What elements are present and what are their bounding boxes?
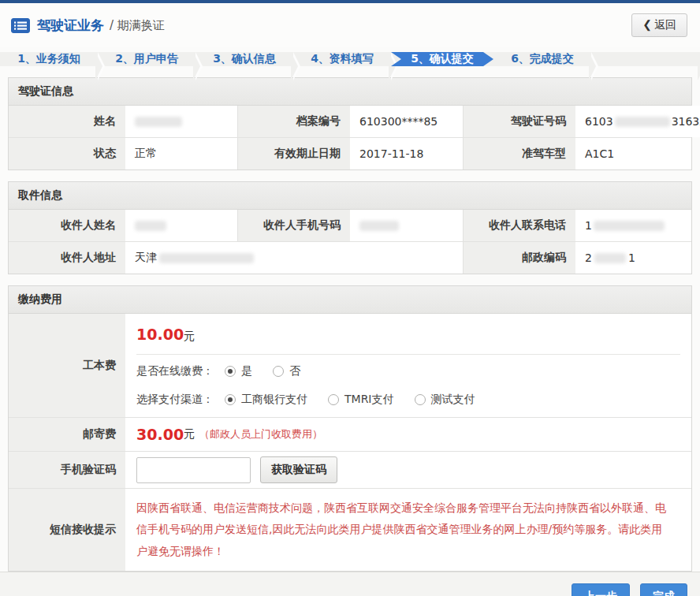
radio-online-pay-yes[interactable]: 是 bbox=[225, 364, 252, 378]
vehicle-class-value: A1C1 bbox=[575, 138, 691, 169]
previous-step-button[interactable]: 上一步 bbox=[572, 583, 630, 596]
fee-amount: 10.00 bbox=[136, 326, 184, 343]
step-tab-4[interactable]: 4、资料填写 bbox=[293, 52, 391, 66]
radio-channel-icbc[interactable]: 工商银行支付 bbox=[225, 393, 307, 407]
recipient-phone-value: 1 bbox=[575, 210, 691, 241]
name-value bbox=[125, 106, 237, 137]
radio-label: 工商银行支付 bbox=[241, 393, 307, 407]
breadcrumb: / 期满换证 bbox=[110, 18, 165, 33]
pay-channel-line: 选择支付渠道： 工商银行支付 TMRI支付 测试支付 bbox=[136, 386, 680, 417]
postage-label: 邮寄费 bbox=[9, 418, 125, 451]
table-row: 状态 正常 有效期止日期 2017-11-18 准驾车型 A1C1 bbox=[9, 137, 691, 169]
license-section-title: 驾驶证信息 bbox=[9, 78, 691, 106]
postage-value-area: 30.00元 （邮政人员上门收取费用） bbox=[125, 418, 691, 451]
file-no-value: 610300****85 bbox=[350, 106, 463, 137]
fee-row: 工本费 10.00元 是否在线缴费： 是 否 选择支付渠道： bbox=[9, 314, 691, 417]
name-label: 姓名 bbox=[9, 106, 125, 137]
recipient-phone-prefix: 1 bbox=[585, 219, 592, 232]
table-row: 姓名 档案编号 610300****85 驾驶证号码 6103 3163X bbox=[9, 106, 691, 137]
recipient-mobile-value bbox=[350, 210, 463, 241]
radio-icon bbox=[415, 394, 426, 405]
radio-channel-tmri[interactable]: TMRI支付 bbox=[328, 393, 394, 407]
radio-online-pay-no[interactable]: 否 bbox=[273, 364, 300, 378]
license-list-icon bbox=[11, 18, 30, 33]
sms-tip-row: 短信接收提示 因陕西省联通、电信运营商技术问题，陕西省互联网交通安全综合服务管理… bbox=[9, 488, 691, 571]
payment-section-title: 缴纳费用 bbox=[9, 286, 691, 314]
license-no-value: 6103 3163X bbox=[575, 106, 700, 137]
step-tab-5-active[interactable]: 5、确认提交 bbox=[391, 52, 493, 66]
get-captcha-button[interactable]: 获取验证码 bbox=[260, 456, 337, 483]
table-row: 收件人地址 天津 邮政编码 2 1 bbox=[9, 241, 691, 274]
redacted-address bbox=[159, 253, 254, 263]
back-button[interactable]: ❮返回 bbox=[631, 13, 687, 37]
fee-amount-line: 10.00元 bbox=[136, 314, 680, 355]
sms-tip-area: 因陕西省联通、电信运营商技术问题，陕西省互联网交通安全综合服务管理平台无法向持陕… bbox=[125, 489, 691, 571]
postcode-label: 邮政编码 bbox=[463, 242, 575, 274]
pickup-info-section: 取件信息 收件人姓名 收件人手机号码 收件人联系电话 1 收件人地址 天津 邮政… bbox=[8, 181, 692, 274]
postage-row: 邮寄费 30.00元 （邮政人员上门收取费用） bbox=[9, 417, 691, 451]
expiry-label: 有效期止日期 bbox=[237, 138, 350, 169]
radio-label: TMRI支付 bbox=[344, 393, 394, 407]
postcode-suffix: 1 bbox=[628, 251, 635, 264]
radio-icon bbox=[225, 366, 236, 377]
recipient-mobile-label: 收件人手机号码 bbox=[237, 210, 350, 241]
step-tab-3[interactable]: 3、确认信息 bbox=[195, 52, 293, 66]
redacted-recipient-phone bbox=[594, 221, 665, 231]
back-button-label: 返回 bbox=[654, 18, 676, 31]
page-header: 驾驶证业务 / 期满换证 ❮返回 bbox=[0, 3, 700, 47]
license-no-label: 驾驶证号码 bbox=[463, 106, 575, 137]
online-pay-line: 是否在线缴费： 是 否 bbox=[136, 355, 680, 386]
online-pay-question: 是否在线缴费： bbox=[136, 364, 214, 378]
recipient-phone-label: 收件人联系电话 bbox=[463, 210, 575, 241]
postage-note: （邮政人员上门收取费用） bbox=[199, 427, 322, 441]
postcode-value: 2 1 bbox=[575, 242, 691, 274]
recipient-name-value bbox=[125, 210, 237, 241]
radio-channel-test[interactable]: 测试支付 bbox=[415, 393, 475, 407]
finish-button[interactable]: 完成 bbox=[640, 583, 687, 596]
redacted-license-no bbox=[615, 117, 670, 127]
radio-icon bbox=[273, 366, 284, 377]
address-label: 收件人地址 bbox=[9, 242, 125, 274]
footer-action-bar: 上一步 完成 bbox=[0, 572, 700, 596]
postage-amount-line: 30.00元 （邮政人员上门收取费用） bbox=[136, 418, 680, 451]
status-label: 状态 bbox=[9, 138, 125, 169]
captcha-row: 手机验证码 获取验证码 bbox=[9, 451, 691, 488]
pickup-section-title: 取件信息 bbox=[9, 182, 691, 210]
vehicle-class-label: 准驾车型 bbox=[463, 138, 575, 169]
radio-icon bbox=[225, 394, 236, 405]
fee-label: 工本费 bbox=[9, 314, 125, 417]
license-no-suffix: 3163X bbox=[672, 115, 700, 128]
captcha-input[interactable] bbox=[136, 457, 251, 483]
sms-tip-text: 因陕西省联通、电信运营商技术问题，陕西省互联网交通安全综合服务管理平台无法向持陕… bbox=[136, 489, 680, 571]
recipient-name-label: 收件人姓名 bbox=[9, 210, 125, 241]
redacted-recipient-mobile bbox=[359, 221, 399, 231]
radio-label: 是 bbox=[241, 364, 252, 378]
pay-channel-question: 选择支付渠道： bbox=[136, 393, 214, 407]
address-value: 天津 bbox=[125, 242, 463, 274]
step-tab-1[interactable]: 1、业务须知 bbox=[0, 52, 98, 66]
redacted-recipient-name bbox=[135, 221, 166, 231]
license-info-section: 驾驶证信息 姓名 档案编号 610300****85 驾驶证号码 6103 31… bbox=[8, 77, 692, 170]
radio-label: 测试支付 bbox=[431, 393, 475, 407]
step-tab-6[interactable]: 6、完成提交 bbox=[493, 52, 591, 66]
step-tabs: 1、业务须知 2、用户申告 3、确认信息 4、资料填写 5、确认提交 6、完成提… bbox=[0, 52, 700, 66]
fee-unit: 元 bbox=[184, 330, 195, 342]
postcode-prefix: 2 bbox=[585, 251, 592, 264]
expiry-value: 2017-11-18 bbox=[350, 138, 463, 169]
status-value: 正常 bbox=[125, 138, 237, 169]
page-title: 驾驶证业务 bbox=[37, 17, 104, 35]
captcha-line: 获取验证码 bbox=[136, 452, 680, 488]
address-prefix: 天津 bbox=[135, 251, 157, 265]
postage-amount: 30.00 bbox=[136, 426, 184, 443]
sms-tip-label: 短信接收提示 bbox=[9, 489, 125, 571]
radio-label: 否 bbox=[289, 364, 300, 378]
step-tab-2[interactable]: 2、用户申告 bbox=[98, 52, 195, 66]
step-tabs-filler bbox=[591, 52, 700, 66]
fee-value-area: 10.00元 是否在线缴费： 是 否 选择支付渠道： 工商银行支付 bbox=[125, 314, 691, 417]
back-chevron-icon: ❮ bbox=[642, 18, 652, 31]
license-no-prefix: 6103 bbox=[585, 115, 613, 128]
payment-section: 缴纳费用 工本费 10.00元 是否在线缴费： 是 否 选择支付渠道： bbox=[8, 285, 692, 572]
redacted-postcode bbox=[594, 253, 626, 263]
captcha-label: 手机验证码 bbox=[9, 452, 125, 488]
radio-icon bbox=[328, 394, 339, 405]
